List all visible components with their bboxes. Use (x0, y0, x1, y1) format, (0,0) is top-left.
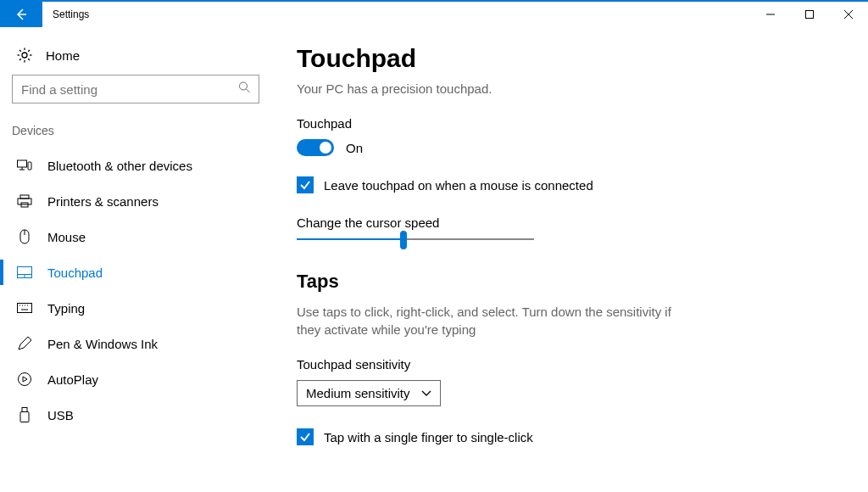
sidebar-item-label: Bluetooth & other devices (47, 159, 192, 173)
page-title: Touchpad (297, 44, 843, 73)
minimize-button[interactable] (751, 2, 790, 27)
arrow-left-icon (14, 8, 28, 21)
sidebar-item-bluetooth[interactable]: Bluetooth & other devices (0, 148, 271, 183)
gear-icon (17, 48, 32, 63)
usb-icon (17, 407, 32, 422)
svg-line-8 (28, 50, 30, 52)
sidebar-item-label: Typing (47, 301, 85, 316)
svg-rect-24 (18, 304, 32, 313)
svg-rect-16 (20, 195, 29, 198)
minimize-icon (766, 10, 775, 19)
taps-heading: Taps (297, 271, 843, 293)
title-bar: Settings (0, 0, 868, 27)
cursor-speed-label: Change the cursor speed (297, 215, 843, 230)
sidebar-item-autoplay[interactable]: AutoPlay (0, 361, 271, 397)
back-button[interactable] (0, 2, 42, 27)
keyboard-icon (17, 300, 32, 316)
sidebar-item-label: Pen & Windows Ink (47, 337, 158, 351)
chevron-down-icon (421, 390, 431, 397)
search-icon (238, 81, 251, 98)
slider-thumb[interactable] (400, 231, 407, 249)
sensitivity-value: Medium sensitivity (306, 386, 410, 400)
mouse-icon (17, 229, 32, 244)
svg-rect-0 (806, 11, 814, 19)
svg-line-11 (247, 89, 250, 92)
leave-on-label: Leave touchpad on when a mouse is connec… (324, 178, 593, 193)
pen-icon (17, 336, 32, 351)
check-icon (299, 431, 311, 443)
cursor-speed-slider[interactable] (297, 238, 534, 240)
single-tap-checkbox[interactable] (297, 428, 314, 445)
svg-rect-12 (18, 160, 27, 167)
sidebar-item-label: Printers & scanners (47, 194, 159, 209)
single-tap-label: Tap with a single finger to single-click (324, 430, 533, 444)
close-icon (844, 10, 853, 19)
window-title: Settings (42, 2, 99, 27)
sidebar-item-touchpad[interactable]: Touchpad (0, 254, 271, 290)
maximize-icon (805, 10, 814, 19)
sidebar-item-pen[interactable]: Pen & Windows Ink (0, 326, 271, 361)
svg-rect-32 (20, 412, 29, 422)
svg-point-10 (240, 82, 248, 90)
main-content: Touchpad Your PC has a precision touchpa… (271, 27, 868, 492)
leave-on-checkbox[interactable] (297, 176, 314, 193)
printer-icon (17, 193, 32, 209)
sidebar: Home Devices Bluetooth & other devices P… (0, 27, 271, 492)
taps-description: Use taps to click, right-click, and sele… (297, 303, 687, 338)
svg-rect-17 (18, 198, 31, 204)
check-icon (299, 179, 311, 191)
sidebar-home[interactable]: Home (0, 39, 271, 75)
svg-rect-15 (28, 162, 31, 170)
toggle-state-label: On (346, 141, 363, 155)
sidebar-group-label: Devices (0, 124, 271, 148)
sidebar-item-printers[interactable]: Printers & scanners (0, 183, 271, 219)
search-input[interactable] (12, 75, 259, 103)
page-subtitle: Your PC has a precision touchpad. (297, 81, 843, 96)
sidebar-item-mouse[interactable]: Mouse (0, 219, 271, 254)
close-button[interactable] (829, 2, 868, 27)
sidebar-item-usb[interactable]: USB (0, 397, 271, 433)
svg-point-30 (19, 373, 31, 386)
slider-fill (297, 238, 403, 240)
sidebar-item-label: Mouse (47, 230, 86, 244)
svg-point-1 (22, 53, 27, 58)
sidebar-item-label: AutoPlay (47, 372, 98, 387)
touchpad-toggle[interactable] (297, 139, 334, 156)
svg-line-7 (28, 59, 30, 60)
sidebar-item-label: Touchpad (47, 266, 103, 280)
touchpad-icon (17, 265, 32, 280)
sensitivity-select[interactable]: Medium sensitivity (297, 380, 441, 406)
sensitivity-label: Touchpad sensitivity (297, 357, 843, 372)
sidebar-item-label: USB (47, 408, 74, 422)
svg-line-6 (19, 50, 21, 52)
devices-icon (17, 158, 32, 173)
autoplay-icon (17, 372, 32, 387)
sidebar-home-label: Home (46, 48, 80, 63)
sidebar-item-typing[interactable]: Typing (0, 290, 271, 326)
svg-rect-31 (22, 408, 27, 412)
maximize-button[interactable] (790, 2, 829, 27)
svg-line-9 (19, 59, 21, 60)
toggle-section-label: Touchpad (297, 116, 843, 131)
